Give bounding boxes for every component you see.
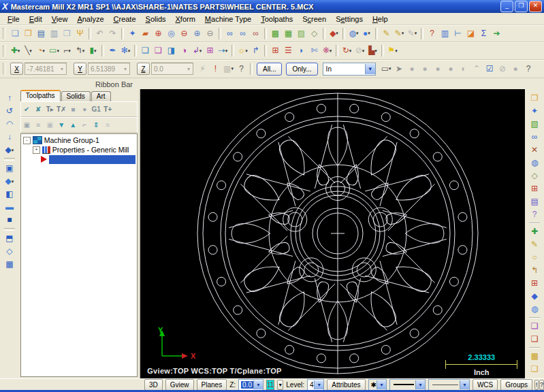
menu-item-file[interactable]: File [3,14,25,24]
create-point-icon[interactable]: ✚ [9,44,22,57]
3d-button[interactable]: 3D [144,379,163,391]
repaint-icon[interactable]: ∞ [528,131,541,144]
select-all-ops-icon[interactable]: ✔ [21,103,33,115]
polyline-icon[interactable]: ↰ [528,264,541,277]
chevron-down-icon[interactable]: ▼ [377,380,386,389]
graphics-canvas[interactable]: Y X Gview:TOP WCS:TOP T/Cplane:TOP 2.333… [140,89,525,378]
histogram-icon[interactable]: ▥ [438,27,451,40]
solid-boolean-remove-icon[interactable]: ◇ [3,245,16,258]
surface-orange-icon[interactable]: ◪ [464,27,477,40]
select-all-button[interactable]: All... [257,63,282,76]
solid-loft-icon[interactable]: ↓ [3,131,16,144]
create-fillet-icon[interactable]: ⌐ [61,44,74,57]
sel-circle-2-icon[interactable]: ● [419,63,432,76]
deselect-ops-icon[interactable]: ✘ [33,103,44,115]
create-plus-icon[interactable]: ✚ [528,225,541,238]
sel-help-icon[interactable]: ? [522,63,535,76]
zoom-previous-icon[interactable]: ⊖ [204,27,217,40]
exclaim-icon[interactable]: ! [209,63,222,76]
solid-sweep-icon[interactable]: ◠ [3,118,16,131]
pencil-icon[interactable]: ✎ [528,238,541,251]
regenerate-icon[interactable]: ∞ [236,27,249,40]
zoom-fit-icon[interactable]: ✦ [528,105,541,118]
solid-cube-icon[interactable]: ◆ [528,290,541,303]
trophy-icon[interactable]: Ψ [74,27,86,40]
analyze-pencil-icon[interactable]: ✎ [380,27,393,40]
menu-item-xform[interactable]: Xform [171,14,200,24]
sigma-icon[interactable]: Σ [477,27,490,40]
chevron-down-icon[interactable]: ▾ [58,66,66,72]
unzoom-icon[interactable]: ▰ [139,27,152,40]
toolbar-grip[interactable] [3,46,6,56]
z-coord-button[interactable]: Z [137,63,150,75]
jump-arrow-icon[interactable]: ↱ [249,44,262,57]
minimize-button[interactable]: _ [500,1,513,12]
help-circle-icon[interactable]: ? [235,63,248,76]
gview-globe-icon[interactable]: ◍ [347,27,360,40]
sel-circle-1-icon[interactable]: ● [406,63,419,76]
waves-icon[interactable]: ≈ [33,119,44,131]
xform-mirror-icon[interactable]: ◨ [165,44,178,57]
line-width-combo[interactable]: ▼ [428,379,470,391]
wireframe-cube-icon[interactable]: ◇ [308,27,321,40]
help-button[interactable]: ? [539,380,544,390]
z-depth-combo[interactable]: 0.0 ▼ [238,379,263,391]
create-arc-icon[interactable]: ◔ [35,44,48,57]
translucent-cube-icon[interactable]: ▨ [295,27,308,40]
x-coord-input[interactable]: -7.46181▾ [25,63,67,75]
menu-item-edit[interactable]: Edit [25,14,47,24]
attributes-button[interactable]: Attributes [327,379,365,391]
filter-waves-icon[interactable]: ≈ [102,119,114,131]
blob-gray-icon[interactable]: ● [79,103,91,115]
redo-icon[interactable]: ↷ [106,27,119,40]
groups-button[interactable]: Groups [500,379,532,391]
move-up-icon[interactable]: ▲ [67,119,79,131]
clip-icon[interactable]: ✄ [308,44,321,57]
alert-button[interactable]: ! [534,380,539,390]
toolpath-on-icon[interactable]: T▸ [44,103,56,115]
toolpath-off-icon[interactable]: T✗ [56,103,67,115]
menu-item-solids[interactable]: Solids [141,14,171,24]
new-file-icon[interactable]: ❏ [9,27,22,40]
selection-arrow-icon[interactable]: ➤ [393,63,406,76]
solid-extrude-icon[interactable]: ↑ [3,92,16,105]
restore-button[interactable]: ❐ [515,1,528,12]
autocursor-lightning-icon[interactable]: ⚡ [196,63,209,76]
tab-toolpaths[interactable]: Toolpaths [20,90,61,101]
wcs-button[interactable]: WCS [473,379,498,391]
xform-project-icon[interactable]: ⇢ [217,44,229,57]
chevron-down-icon[interactable]: ▾ [121,66,129,72]
select-only-button[interactable]: Only... [286,63,317,76]
cursor-help-icon[interactable]: ? [426,27,438,40]
menu-item-machine-type[interactable]: Machine Type [200,14,256,24]
grayed-box-icon[interactable]: ▩ [222,63,235,76]
shaded-edges-cube-icon[interactable]: ▦ [282,27,295,40]
color-dropdown-button[interactable]: ▼ [277,380,283,390]
lock-icon[interactable]: ▣ [21,119,33,131]
flag-icon[interactable]: ⚑ [386,44,399,57]
zoom-window-icon[interactable]: ⊕ [152,27,165,40]
x-coord-button[interactable]: X [10,63,23,75]
swap-red-icon[interactable]: ❏ [528,333,541,346]
menu-item-analyze[interactable]: Analyze [72,14,108,24]
chevron-down-icon[interactable]: ▼ [415,380,425,389]
selected-toolpath-row[interactable] [49,155,135,164]
toolbar-grip[interactable] [3,28,6,39]
chevron-down-icon[interactable]: ▼ [460,380,469,389]
menu-item-create[interactable]: Create [109,14,141,24]
open-file-icon[interactable]: ❐ [22,27,35,40]
swap-purple-icon[interactable]: ❏ [528,320,541,333]
tree-row[interactable] [21,154,137,164]
tree-expander-plus[interactable]: + [33,146,40,154]
sel-circle-3-icon[interactable]: ● [432,63,445,76]
quick-mask-pen-icon[interactable]: ✒ [106,44,119,57]
xform-offset-icon[interactable]: ↲ [191,44,204,57]
file-open-icon[interactable]: ❐ [528,92,541,105]
multi-column-icon[interactable]: ☰ [282,44,295,57]
flower-icon[interactable]: ❋ [321,44,334,57]
xform-array-icon[interactable]: ⊞ [204,44,217,57]
close-button[interactable]: ✕ [529,1,542,12]
repaint-icon[interactable]: ∞ [223,27,236,40]
menu-item-view[interactable]: View [47,14,73,24]
chevron-down-icon[interactable]: ▾ [185,66,193,72]
